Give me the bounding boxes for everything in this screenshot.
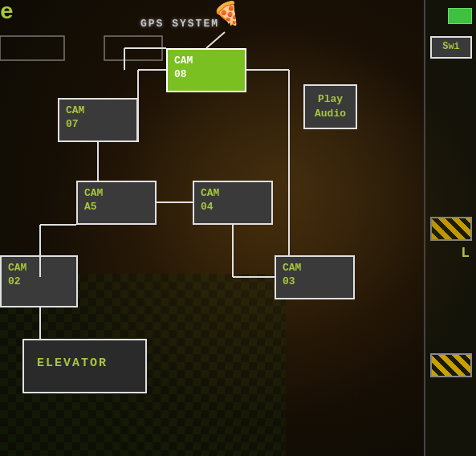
pizza-icon: 🍕 — [213, 0, 241, 27]
svg-rect-16 — [0, 36, 64, 60]
svg-line-0 — [206, 32, 225, 48]
connector-lines — [0, 0, 476, 456]
ui-layer: e 🍕 GPS SYSTEM — [0, 0, 476, 456]
